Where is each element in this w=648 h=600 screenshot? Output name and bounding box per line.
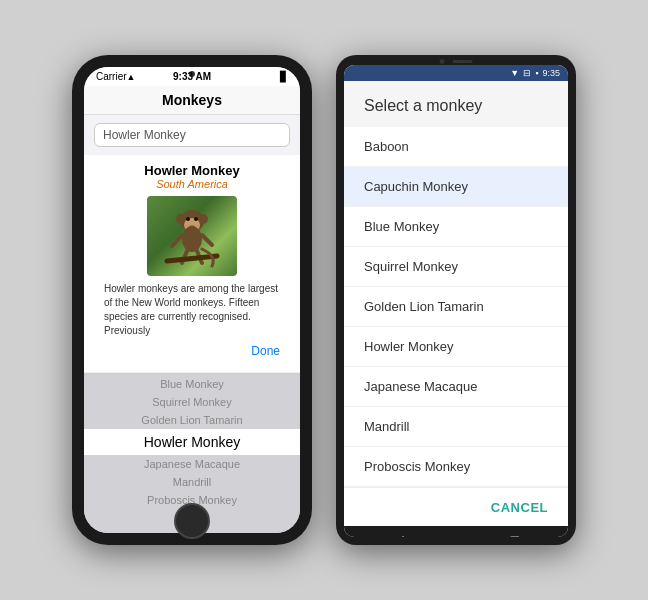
back-button[interactable]: ◁ bbox=[393, 532, 404, 537]
dialog-list-item[interactable]: Japanese Macaque bbox=[344, 367, 568, 407]
iphone-navbar: Monkeys bbox=[84, 86, 300, 115]
picker-item[interactable]: Mandrill bbox=[84, 473, 300, 491]
android-statusbar: ▼ ⊟ ▪ 9:35 bbox=[344, 65, 568, 81]
monkey-region: South America bbox=[94, 178, 290, 190]
recent-button[interactable]: □ bbox=[511, 532, 519, 537]
picker-item[interactable]: Squirrel Monkey bbox=[84, 393, 300, 411]
android-time: 9:35 bbox=[542, 68, 560, 78]
svg-point-4 bbox=[186, 217, 190, 221]
dialog-list-item[interactable]: Baboon bbox=[344, 127, 568, 167]
monkey-description: Howler monkeys are among the largest of … bbox=[94, 282, 290, 342]
dialog-list-item[interactable]: Squirrel Monkey bbox=[344, 247, 568, 287]
dialog-list: BaboonCapuchin MonkeyBlue MonkeySquirrel… bbox=[344, 127, 568, 487]
cancel-button[interactable]: CANCEL bbox=[491, 500, 548, 515]
android-navbar: ◁ ○ □ bbox=[344, 526, 568, 537]
battery-status-icon: ▪ bbox=[535, 68, 538, 78]
iphone-screen: Carrier ▲ 9:33 AM ▊ Monkeys Howler Monke… bbox=[84, 67, 300, 533]
picker-item[interactable]: Japanese Macaque bbox=[84, 455, 300, 473]
iphone-content: Howler Monkey Howler Monkey South Americ… bbox=[84, 115, 300, 533]
iphone-detail-panel: Howler Monkey South America bbox=[84, 155, 300, 373]
svg-point-2 bbox=[198, 214, 208, 224]
android-camera bbox=[440, 59, 473, 64]
dialog-list-item[interactable]: Howler Monkey bbox=[344, 327, 568, 367]
iphone-home-button[interactable] bbox=[174, 503, 210, 539]
wifi-icon: ⊟ bbox=[523, 68, 531, 78]
done-button[interactable]: Done bbox=[94, 342, 290, 364]
iphone-nav-title: Monkeys bbox=[162, 92, 222, 108]
dialog-list-item[interactable]: Blue Monkey bbox=[344, 207, 568, 247]
svg-point-7 bbox=[182, 226, 202, 252]
monkey-image bbox=[147, 196, 237, 276]
svg-point-1 bbox=[176, 214, 186, 224]
svg-line-9 bbox=[202, 235, 212, 245]
iphone-statusbar: Carrier ▲ 9:33 AM ▊ bbox=[84, 67, 300, 86]
iphone-search-field[interactable]: Howler Monkey bbox=[94, 123, 290, 147]
dialog-cancel-bar: CANCEL bbox=[344, 487, 568, 526]
picker-item[interactable]: Howler Monkey bbox=[84, 429, 300, 455]
monkey-name: Howler Monkey bbox=[94, 163, 290, 178]
dialog-title: Select a monkey bbox=[344, 81, 568, 127]
scene: Carrier ▲ 9:33 AM ▊ Monkeys Howler Monke… bbox=[52, 35, 596, 565]
svg-line-12 bbox=[167, 256, 217, 261]
picker-item[interactable]: Golden Lion Tamarin bbox=[84, 411, 300, 429]
search-value: Howler Monkey bbox=[103, 128, 186, 142]
android-device: ▼ ⊟ ▪ 9:35 Select a monkey BaboonCapuchi… bbox=[336, 55, 576, 545]
picker-list: Blue MonkeySquirrel MonkeyGolden Lion Ta… bbox=[84, 373, 300, 509]
iphone-device: Carrier ▲ 9:33 AM ▊ Monkeys Howler Monke… bbox=[72, 55, 312, 545]
dialog-list-item[interactable]: Golden Lion Tamarin bbox=[344, 287, 568, 327]
signal-icon: ▼ bbox=[510, 68, 519, 78]
dialog-list-item[interactable]: Mandrill bbox=[344, 407, 568, 447]
home-button[interactable]: ○ bbox=[453, 532, 461, 537]
android-dialog: Select a monkey BaboonCapuchin MonkeyBlu… bbox=[344, 81, 568, 526]
android-screen: ▼ ⊟ ▪ 9:35 Select a monkey BaboonCapuchi… bbox=[344, 65, 568, 537]
svg-line-8 bbox=[172, 235, 182, 246]
dialog-list-item[interactable]: Proboscis Monkey bbox=[344, 447, 568, 487]
carrier-label: Carrier bbox=[96, 71, 127, 82]
dialog-list-item[interactable]: Capuchin Monkey bbox=[344, 167, 568, 207]
picker-item[interactable]: Blue Monkey bbox=[84, 375, 300, 393]
iphone-time: 9:33 AM bbox=[173, 71, 211, 82]
svg-point-5 bbox=[194, 217, 198, 221]
